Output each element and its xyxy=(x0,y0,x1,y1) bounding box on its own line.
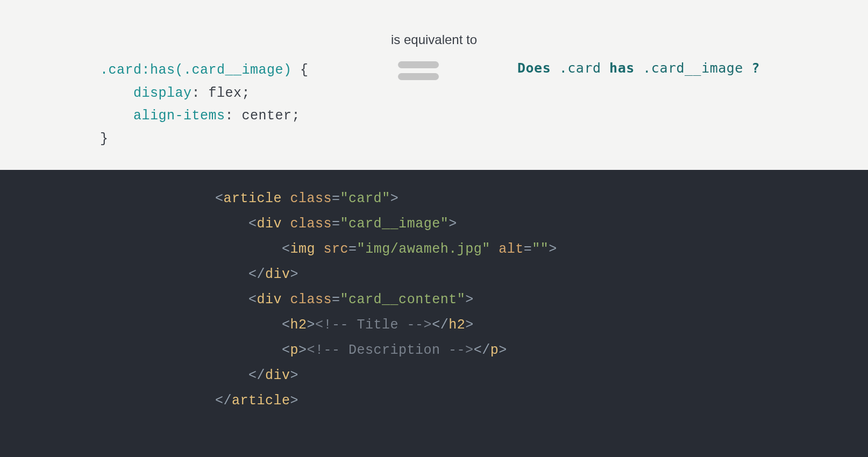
css-val2: center; xyxy=(242,108,301,124)
code-token: img xyxy=(290,241,316,257)
code-token xyxy=(315,241,324,257)
code-token: article xyxy=(224,191,282,206)
code-token: > xyxy=(465,292,474,308)
code-token: " xyxy=(532,241,540,257)
code-token: " xyxy=(540,241,549,257)
css-val1: flex; xyxy=(209,85,251,101)
code-token: p xyxy=(490,342,499,358)
code-token: " xyxy=(340,292,349,308)
question-sel2: .card__image xyxy=(643,60,743,76)
code-token: class xyxy=(290,292,332,308)
code-token: h2 xyxy=(290,317,307,333)
css-prop2: align-items xyxy=(133,108,225,124)
code-token: > xyxy=(290,267,299,282)
code-token: <!-- Title --> xyxy=(315,317,432,333)
code-token: = xyxy=(332,191,340,206)
code-token xyxy=(215,368,248,383)
code-token xyxy=(215,267,248,282)
css-code-block: .card:has(.card__image) { display: flex;… xyxy=(100,59,309,151)
code-token: > xyxy=(549,241,557,257)
code-token: div xyxy=(257,216,282,232)
question-text: Does .card has .card__image ? xyxy=(517,60,760,76)
lower-panel: <article class="card"> <div class="card_… xyxy=(0,170,868,457)
code-token: <!-- Description --> xyxy=(307,342,474,358)
css-indent1 xyxy=(100,85,133,101)
code-token: > xyxy=(465,317,474,333)
html-code-block: <article class="card"> <div class="card_… xyxy=(215,186,868,413)
question-mark: ? xyxy=(743,60,760,76)
code-token: src xyxy=(324,241,349,257)
code-token: div xyxy=(265,368,290,383)
question-word-does: Does xyxy=(517,60,559,76)
css-selector-arg: .card__image xyxy=(183,62,283,78)
code-token: " xyxy=(482,241,490,257)
css-colon1: : xyxy=(192,85,209,101)
code-token: h2 xyxy=(449,317,465,333)
code-token: class xyxy=(290,191,332,206)
code-token xyxy=(282,216,290,232)
code-token: class xyxy=(290,216,332,232)
code-token xyxy=(215,241,282,257)
code-token: " xyxy=(357,241,366,257)
code-token: " xyxy=(440,216,449,232)
code-token xyxy=(490,241,499,257)
code-token: card xyxy=(348,191,382,206)
code-token: > xyxy=(499,342,507,358)
code-token xyxy=(215,342,282,358)
css-selector-class: .card xyxy=(100,62,142,78)
code-token xyxy=(215,216,248,232)
code-token: " xyxy=(340,216,349,232)
code-token: article xyxy=(232,393,290,409)
code-token: = xyxy=(332,292,340,308)
css-brace-open: { xyxy=(292,62,309,78)
code-token: < xyxy=(282,317,290,333)
code-token: div xyxy=(257,292,282,308)
code-token: " xyxy=(457,292,466,308)
question-sel1: .card xyxy=(559,60,601,76)
code-token: card__image xyxy=(348,216,440,232)
code-token: p xyxy=(290,342,299,358)
css-prop1: display xyxy=(133,85,192,101)
code-token: img/awameh.jpg xyxy=(365,241,482,257)
css-brace-close: } xyxy=(100,131,109,147)
equivalent-label: is equivalent to xyxy=(0,32,868,47)
code-token: div xyxy=(265,267,290,282)
code-token: " xyxy=(340,191,349,206)
code-token: = xyxy=(524,241,532,257)
code-token: alt xyxy=(499,241,524,257)
code-token xyxy=(282,292,290,308)
css-indent2 xyxy=(100,108,133,124)
code-token: </ xyxy=(248,368,265,383)
code-token: card__content xyxy=(348,292,457,308)
equals-icon xyxy=(398,61,439,85)
code-token: > xyxy=(449,216,457,232)
code-token: </ xyxy=(474,342,490,358)
code-token xyxy=(215,317,282,333)
code-token: > xyxy=(290,368,299,383)
code-token: " xyxy=(382,191,390,206)
code-token: > xyxy=(298,342,307,358)
code-token: < xyxy=(282,342,290,358)
code-token xyxy=(215,292,248,308)
code-token: > xyxy=(390,191,399,206)
css-selector-closeparen: ) xyxy=(283,62,292,78)
code-token: < xyxy=(282,241,290,257)
code-token: < xyxy=(215,191,224,206)
code-token: = xyxy=(348,241,357,257)
code-token: < xyxy=(248,292,257,308)
code-token: </ xyxy=(248,267,265,282)
css-colon2: : xyxy=(225,108,242,124)
code-token xyxy=(282,191,290,206)
code-token: </ xyxy=(215,393,232,409)
code-token: = xyxy=(332,216,340,232)
code-token: > xyxy=(307,317,316,333)
code-token: < xyxy=(248,216,257,232)
code-token: > xyxy=(290,393,299,409)
css-selector-pseudo: :has( xyxy=(142,62,184,78)
code-token: </ xyxy=(432,317,449,333)
question-word-has: has xyxy=(601,60,643,76)
upper-panel: is equivalent to .card:has(.card__image)… xyxy=(0,0,868,170)
